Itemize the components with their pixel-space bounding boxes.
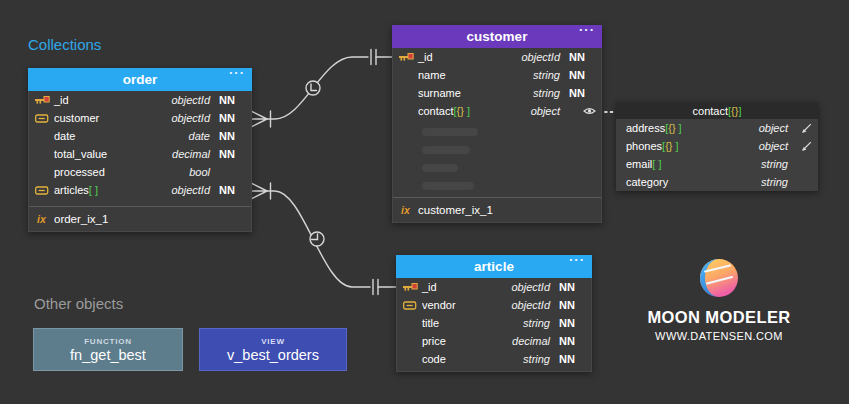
brace-mid: {}	[668, 122, 675, 134]
table-title: order	[123, 72, 158, 87]
cardinality-one-ticks	[371, 50, 376, 65]
field-row[interactable]: processed bool	[29, 163, 251, 181]
field-row[interactable]: price decimal NN	[397, 332, 591, 350]
field-row[interactable]: category string	[616, 173, 818, 191]
field-name: price	[422, 335, 446, 347]
field-row[interactable]: _id objectId NN	[393, 48, 601, 66]
crow-foot-many-icon	[252, 184, 267, 199]
field-type: object	[759, 122, 788, 134]
index-name: customer_ix_1	[418, 204, 493, 216]
foreign-key-icon	[35, 114, 54, 123]
table-customer-header[interactable]: customer ···	[392, 25, 602, 48]
field-notnull: NN	[559, 281, 583, 293]
field-name: phones	[626, 140, 662, 152]
field-row[interactable]: name string NN	[393, 66, 601, 84]
field-notnull: NN	[569, 87, 593, 99]
field-type: objectId	[521, 51, 560, 63]
field-row[interactable]: total_value decimal NN	[29, 145, 251, 163]
index-row[interactable]: ix customer_ix_1	[393, 198, 601, 222]
field-row[interactable]: _id objectId NN	[397, 278, 591, 296]
field-name: email	[626, 158, 652, 170]
bracket-close: ]	[676, 122, 682, 134]
brace-mid: {}	[731, 105, 738, 117]
pen-nested-icon[interactable]	[801, 123, 812, 136]
table-order-header[interactable]: order ···	[28, 68, 252, 91]
index-row[interactable]: ix order_ix_1	[29, 207, 251, 231]
field-row[interactable]: _id objectId NN	[29, 91, 251, 109]
field-row[interactable]: phones[{} ] object	[616, 137, 818, 155]
foreign-key-icon	[403, 301, 422, 310]
index-icon: ix	[37, 213, 54, 225]
diagram-canvas[interactable]: Collections order ··· _id objectId NN cu…	[0, 0, 849, 404]
field-name: code	[422, 353, 446, 365]
function-object-fn-get-best[interactable]: FUNCTION fn_get_best	[33, 328, 183, 371]
field-type: decimal	[512, 335, 550, 347]
table-article-header[interactable]: article ···	[396, 255, 592, 278]
field-row[interactable]: contact[{} ] object	[393, 102, 601, 120]
field-notnull: NN	[219, 112, 243, 124]
table-menu-dots-icon[interactable]: ···	[579, 22, 595, 37]
field-type: objectId	[511, 281, 550, 293]
field-name: name	[418, 69, 446, 81]
panel-title: contact	[693, 105, 728, 117]
field-row[interactable]: articles[ ] objectId NN	[29, 181, 251, 199]
field-row[interactable]: title string NN	[397, 314, 591, 332]
field-notnull: NN	[569, 69, 593, 81]
primary-key-icon	[403, 282, 422, 292]
field-type: objectId	[171, 112, 210, 124]
table-menu-dots-icon[interactable]: ···	[229, 65, 245, 80]
relationship-type-badge	[306, 81, 320, 95]
index-icon: ix	[401, 204, 418, 216]
field-row[interactable]: address[{} ] object	[616, 119, 818, 137]
brand-website: WWW.DATENSEN.COM	[634, 330, 804, 342]
field-row[interactable]: vendor objectId NN	[397, 296, 591, 314]
bracket-close: ]	[673, 140, 679, 152]
view-object-v-best-orders[interactable]: VIEW v_best_orders	[199, 328, 347, 371]
relationship-order-article[interactable]	[252, 183, 396, 295]
field-notnull: NN	[219, 94, 243, 106]
table-article[interactable]: article ··· _id objectId NN vendor objec…	[396, 255, 592, 372]
panel-contact-header[interactable]: contact [{}]	[616, 102, 818, 119]
field-row[interactable]: date date NN	[29, 127, 251, 145]
field-type: string	[761, 158, 788, 170]
field-row[interactable]: surname string NN	[393, 84, 601, 102]
field-name: title	[422, 317, 439, 329]
field-type: string	[523, 317, 550, 329]
brand-name: MOON MODELER	[634, 308, 804, 327]
table-menu-dots-icon[interactable]: ···	[569, 252, 585, 267]
cardinality-one-ticks	[373, 280, 378, 295]
branding: MOON MODELER WWW.DATENSEN.COM	[634, 258, 804, 342]
brace-mid: {}	[665, 140, 672, 152]
field-type: object	[759, 140, 788, 152]
field-notnull: NN	[559, 299, 583, 311]
field-name: surname	[418, 87, 461, 99]
field-row[interactable]: email[ ] string	[616, 155, 818, 173]
field-type: objectId	[171, 94, 210, 106]
field-type: decimal	[172, 148, 210, 160]
field-type: string	[761, 176, 788, 188]
field-notnull: NN	[559, 335, 583, 347]
collapsed-field-placeholder	[422, 146, 470, 154]
other-objects-label: Other objects	[34, 295, 123, 312]
field-row[interactable]: code string NN	[397, 350, 591, 368]
table-order[interactable]: order ··· _id objectId NN customer objec…	[28, 68, 252, 232]
field-type: string	[533, 69, 560, 81]
field-type: string	[533, 87, 560, 99]
collapsed-field-placeholder	[422, 128, 478, 136]
field-name: customer	[54, 112, 99, 124]
field-row[interactable]: customer objectId NN	[29, 109, 251, 127]
index-name: order_ix_1	[54, 213, 108, 225]
table-title: customer	[467, 29, 528, 44]
eye-icon[interactable]	[583, 106, 596, 118]
table-customer[interactable]: customer ··· _id objectId NN name string…	[392, 25, 602, 223]
field-name: processed	[54, 166, 105, 178]
field-notnull: NN	[569, 51, 593, 63]
crow-foot-many-icon	[252, 112, 267, 127]
moon-modeler-logo-icon	[699, 258, 739, 298]
relationship-order-customer[interactable]	[252, 50, 392, 128]
field-notnull: NN	[219, 184, 243, 196]
pen-nested-icon[interactable]	[801, 141, 812, 154]
field-name: contact	[418, 105, 453, 117]
panel-contact[interactable]: contact [{}] address[{} ] object phones[…	[616, 102, 818, 191]
field-name: date	[54, 130, 75, 142]
